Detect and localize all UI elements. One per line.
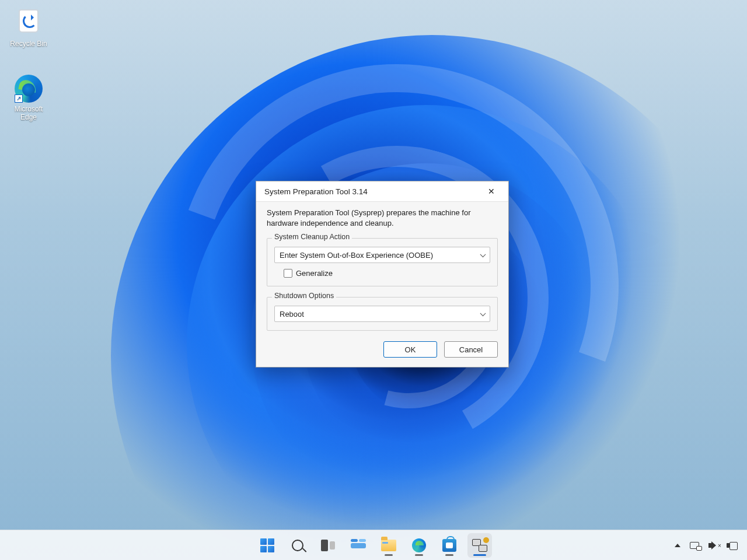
volume-tray-button[interactable]: × — [708, 541, 720, 550]
microsoft-store-icon — [442, 539, 456, 552]
sysprep-dialog: System Preparation Tool 3.14 ✕ System Pr… — [256, 181, 509, 368]
dialog-titlebar[interactable]: System Preparation Tool 3.14 ✕ — [256, 181, 508, 201]
system-tray: × — [675, 530, 743, 560]
shortcut-arrow-icon: ↗ — [15, 94, 23, 103]
taskbar-task-view-button[interactable] — [316, 533, 340, 558]
edge-icon: ↗ — [15, 75, 43, 103]
desktop-icon-label: Microsoft Edge — [6, 105, 51, 121]
close-button[interactable]: ✕ — [479, 183, 504, 200]
select-value: Enter System Out-of-Box Experience (OOBE… — [280, 251, 433, 260]
taskbar-widgets-button[interactable] — [346, 533, 371, 558]
group-legend: System Cleanup Action — [272, 233, 352, 241]
recycle-bin-icon — [15, 9, 43, 37]
cancel-button[interactable]: Cancel — [444, 341, 498, 358]
taskbar-search-button[interactable] — [285, 533, 310, 558]
taskbar-center — [255, 533, 492, 558]
desktop-icon-microsoft-edge[interactable]: ↗ Microsoft Edge — [6, 75, 51, 121]
dialog-body: System Preparation Tool (Sysprep) prepar… — [256, 201, 508, 367]
close-icon: ✕ — [488, 187, 495, 196]
chevron-down-icon — [480, 310, 486, 316]
chevron-up-icon — [675, 544, 680, 547]
network-icon — [689, 541, 700, 550]
show-hidden-icons-button[interactable] — [675, 544, 680, 547]
dialog-button-row: OK Cancel — [267, 341, 498, 358]
ok-button[interactable]: OK — [383, 341, 437, 358]
taskbar-edge-button[interactable] — [407, 533, 431, 558]
generalize-label: Generalize — [296, 269, 333, 278]
task-view-icon — [321, 540, 335, 551]
power-tray-button[interactable] — [728, 541, 738, 550]
group-shutdown-options: Shutdown Options Reboot — [267, 297, 498, 331]
desktop-icon-label: Recycle Bin — [6, 40, 51, 48]
generalize-checkbox[interactable] — [284, 269, 292, 278]
group-legend: Shutdown Options — [272, 292, 336, 300]
taskbar-store-button[interactable] — [437, 533, 462, 558]
taskbar: × — [0, 530, 747, 560]
select-value: Reboot — [280, 310, 304, 318]
widgets-icon — [351, 539, 366, 552]
taskbar-file-explorer-button[interactable] — [376, 533, 401, 558]
cleanup-action-select[interactable]: Enter System Out-of-Box Experience (OOBE… — [274, 247, 490, 263]
edge-icon — [412, 538, 426, 552]
dialog-title: System Preparation Tool 3.14 — [264, 187, 368, 196]
windows-start-icon — [260, 538, 274, 552]
sysprep-icon — [472, 539, 487, 552]
search-icon — [292, 540, 303, 551]
generalize-row[interactable]: Generalize — [284, 269, 490, 278]
volume-muted-icon: × — [718, 542, 721, 549]
desktop-icon-recycle-bin[interactable]: Recycle Bin — [6, 7, 51, 48]
shutdown-options-select[interactable]: Reboot — [274, 306, 490, 322]
taskbar-start-button[interactable] — [255, 533, 280, 558]
taskbar-sysprep-button[interactable] — [467, 533, 492, 558]
group-system-cleanup-action: System Cleanup Action Enter System Out-o… — [267, 238, 498, 286]
network-tray-button[interactable] — [689, 541, 700, 550]
power-icon — [728, 541, 738, 550]
dialog-description: System Preparation Tool (Sysprep) prepar… — [267, 208, 498, 229]
chevron-down-icon — [480, 251, 486, 257]
file-explorer-icon — [381, 540, 396, 551]
